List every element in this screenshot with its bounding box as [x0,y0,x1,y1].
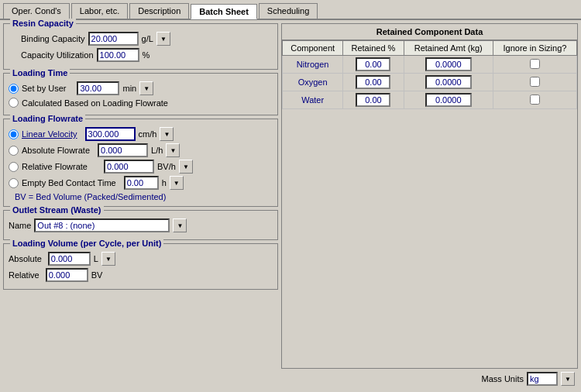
absolute-volume-row: Absolute L ▼ [9,252,273,266]
row-nitrogen-amt[interactable] [404,56,493,74]
capacity-utilization-row: Capacity Utilization % [9,48,273,62]
row-oxygen-amt[interactable] [404,74,493,91]
mass-units-input[interactable] [527,372,558,386]
relative-flowrate-radio[interactable] [9,162,19,172]
calculated-radio[interactable] [9,98,19,108]
set-by-user-unit: min [122,84,136,93]
row-water-component: Water [283,91,343,109]
row-oxygen-ignore[interactable] [493,74,576,91]
outlet-name-dropdown[interactable]: ▼ [173,218,187,232]
relative-volume-label: Relative [9,270,40,280]
table-row: Nitrogen [283,56,577,74]
absolute-flowrate-dropdown[interactable]: ▼ [166,143,180,157]
set-by-user-input[interactable] [77,81,119,95]
retained-title: Retained Component Data [282,24,577,40]
binding-capacity-label: Binding Capacity [21,34,85,43]
table-row: Water [283,91,577,109]
resin-capacity-title: Resin Capacity [10,19,76,28]
binding-capacity-row: Binding Capacity g/L ▼ [9,32,273,46]
capacity-utilization-label: Capacity Utilization [21,50,94,60]
resin-capacity-section: Resin Capacity Binding Capacity g/L ▼ Ca… [3,23,278,70]
col-component: Component [283,41,343,56]
absolute-flowrate-label: Absolute Flowrate [22,146,90,155]
outlet-name-label: Name [9,221,31,230]
absolute-volume-unit: L [94,254,98,263]
binding-capacity-unit: g/L [142,34,153,43]
col-ignore: Ignore in Sizing? [493,41,576,56]
capacity-utilization-unit: % [143,50,150,60]
row-oxygen-pct[interactable] [343,74,404,91]
ebct-input[interactable] [124,176,159,190]
relative-volume-input[interactable] [46,268,88,282]
linear-velocity-radio[interactable] [9,129,19,139]
absolute-flowrate-unit: L/h [151,146,163,155]
linear-velocity-input[interactable] [85,127,136,141]
row-oxygen-component: Oxygen [283,74,343,91]
linear-velocity-label: Linear Velocity [22,129,77,139]
outlet-stream-section: Outlet Stream (Waste) Name ▼ [3,210,278,240]
absolute-volume-label: Absolute [9,254,42,263]
tab-labor[interactable]: Labor, etc. [71,3,128,19]
main-content: Resin Capacity Binding Capacity g/L ▼ Ca… [0,20,581,392]
oxygen-ignore-checkbox[interactable] [530,77,540,87]
nitrogen-ignore-checkbox[interactable] [530,59,540,69]
mass-units-label: Mass Units [482,374,524,383]
outlet-stream-title: Outlet Stream (Waste) [10,205,104,215]
water-ignore-checkbox[interactable] [530,95,540,105]
tab-bar: Oper. Cond's Labor, etc. Description Bat… [0,0,581,20]
binding-capacity-dropdown[interactable]: ▼ [156,32,170,46]
retained-component-panel: Retained Component Data Component Retain… [281,23,578,369]
row-water-pct[interactable] [343,91,404,109]
mass-units-dropdown[interactable]: ▼ [561,372,575,386]
absolute-flowrate-input[interactable] [98,143,148,157]
absolute-volume-dropdown[interactable]: ▼ [101,252,115,266]
calculated-row: Calculated Based on Loading Flowrate [9,98,273,108]
linear-velocity-dropdown[interactable]: ▼ [160,127,174,141]
capacity-utilization-input[interactable] [97,48,139,62]
col-retained-pct: Retained % [343,41,404,56]
loading-flowrate-section: Loading Flowrate Linear Velocity cm/h ▼ … [3,119,278,207]
ebct-unit: h [162,178,167,187]
retained-data-table: Component Retained % Retained Amt (kg) I… [282,40,577,109]
relative-volume-unit: BV [91,270,103,280]
flowrate-note: BV = Bed Volume (Packed/Sedimented) [9,192,273,201]
row-water-ignore[interactable] [493,91,576,109]
loading-flowrate-title: Loading Flowrate [10,114,85,123]
tab-batch-sheet[interactable]: Batch Sheet [191,4,257,19]
loading-time-title: Loading Time [10,68,70,77]
relative-flowrate-label: Relative Flowrate [22,162,88,171]
relative-flowrate-dropdown[interactable]: ▼ [179,160,193,174]
loading-volume-title: Loading Volume (per Cycle, per Unit) [10,239,163,248]
relative-flowrate-unit: BV/h [157,162,176,171]
linear-velocity-row: Linear Velocity cm/h ▼ [9,127,273,141]
ebct-row: Empty Bed Contact Time h ▼ [9,176,273,190]
relative-flowrate-input[interactable] [104,160,154,174]
loading-volume-section: Loading Volume (per Cycle, per Unit) Abs… [3,243,278,290]
absolute-volume-input[interactable] [48,252,91,266]
left-panel: Resin Capacity Binding Capacity g/L ▼ Ca… [3,23,278,389]
col-retained-amt: Retained Amt (kg) [404,41,493,56]
row-nitrogen-component: Nitrogen [283,56,343,74]
row-nitrogen-pct[interactable] [343,56,404,74]
row-water-amt[interactable] [404,91,493,109]
ebct-radio[interactable] [9,178,19,188]
ebct-label: Empty Bed Contact Time [22,178,116,187]
table-row: Oxygen [283,74,577,91]
tab-oper-conds[interactable]: Oper. Cond's [3,3,70,19]
tab-scheduling[interactable]: Scheduling [259,3,318,19]
right-panel: Retained Component Data Component Retain… [281,23,578,389]
binding-capacity-input[interactable] [88,32,139,46]
linear-velocity-unit: cm/h [139,129,157,139]
calculated-label: Calculated Based on Loading Flowrate [22,98,168,108]
set-by-user-radio[interactable] [9,84,19,94]
row-nitrogen-ignore[interactable] [493,56,576,74]
ebct-dropdown[interactable]: ▼ [170,176,184,190]
relative-flowrate-row: Relative Flowrate BV/h ▼ [9,160,273,174]
set-by-user-row: Set by User min ▼ [9,81,273,95]
set-by-user-dropdown[interactable]: ▼ [139,81,153,95]
outlet-name-input[interactable] [34,218,170,232]
absolute-flowrate-radio[interactable] [9,146,19,156]
set-by-user-label: Set by User [22,84,66,93]
absolute-flowrate-row: Absolute Flowrate L/h ▼ [9,143,273,157]
tab-description[interactable]: Description [129,3,189,19]
